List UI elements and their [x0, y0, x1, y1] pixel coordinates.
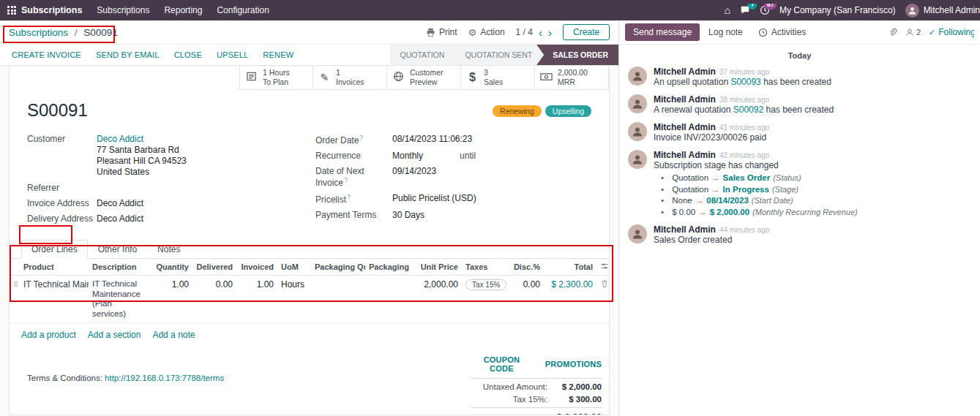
stage-quotation[interactable]: QUOTATION: [390, 45, 457, 65]
menu-subscriptions[interactable]: Subscriptions: [89, 0, 157, 20]
stage-sales-order[interactable]: SALES ORDER: [536, 45, 618, 65]
order-date-field[interactable]: 08/14/2023 11:06:23: [392, 134, 472, 145]
customer-link[interactable]: Deco Addict: [97, 134, 143, 144]
cell-packaging-qty[interactable]: [311, 276, 365, 323]
cell-unit-price[interactable]: 2,000.00: [414, 276, 462, 323]
message-author[interactable]: Mitchell Admin: [654, 122, 716, 132]
home-icon[interactable]: ⌂: [724, 5, 730, 15]
record-link[interactable]: S00092: [733, 105, 763, 115]
chatter-toolbar: Send message Log note Activities 2 ✓ Fol…: [619, 20, 980, 45]
recurrence-field[interactable]: Monthly: [392, 151, 423, 161]
cell-disc[interactable]: 0.00: [509, 276, 544, 323]
message-avatar: [628, 150, 647, 169]
log-note-button[interactable]: Log note: [702, 23, 749, 41]
col-uom[interactable]: UoM: [277, 259, 311, 276]
action-button[interactable]: ⚙ Action: [468, 27, 505, 38]
tax-badge[interactable]: Tax 15%: [465, 279, 506, 290]
col-description[interactable]: Description: [89, 259, 152, 276]
cell-packaging[interactable]: [365, 276, 414, 323]
col-packaging-qty[interactable]: Packaging Qua...: [311, 259, 365, 276]
cell-quantity[interactable]: 1.00: [152, 276, 192, 323]
invoice-address-field[interactable]: Deco Addict: [97, 198, 143, 208]
record-title[interactable]: S00091: [27, 100, 88, 121]
col-taxes[interactable]: Taxes: [462, 259, 509, 276]
delivery-address-label: Delivery Address: [27, 213, 97, 224]
close-button[interactable]: CLOSE: [167, 50, 209, 59]
payment-terms-field[interactable]: 30 Days: [392, 210, 424, 220]
mrr-smart-button[interactable]: 2,000.00MRR: [535, 66, 609, 90]
delete-row-icon[interactable]: [596, 276, 609, 323]
add-a-product-link[interactable]: Add a product: [21, 330, 76, 340]
tab-order-lines[interactable]: Order Lines: [21, 240, 88, 259]
col-invoiced[interactable]: Invoiced: [236, 259, 277, 276]
followers-button[interactable]: 2: [905, 28, 921, 37]
cell-taxes[interactable]: Tax 15%: [462, 276, 509, 323]
hours-to-plan-smart-button[interactable]: 1 HoursTo Plan: [239, 66, 313, 90]
optional-columns-icon[interactable]: [596, 259, 609, 276]
col-quantity[interactable]: Quantity: [152, 259, 192, 276]
pricelist-field[interactable]: Public Pricelist (USD): [392, 193, 476, 205]
col-product[interactable]: Product: [20, 259, 89, 276]
add-a-section-link[interactable]: Add a section: [88, 330, 141, 340]
terms-link[interactable]: http://192.168.0.173:7788/terms: [105, 374, 224, 382]
send-by-email-button[interactable]: SEND BY EMAIL: [89, 50, 167, 59]
renew-button[interactable]: RENEW: [255, 50, 301, 59]
upsell-button[interactable]: UPSELL: [209, 50, 255, 59]
following-toggle[interactable]: ✓ Following: [929, 27, 974, 37]
cell-uom[interactable]: Hours: [277, 276, 311, 323]
app-switcher[interactable]: Subscriptions: [7, 5, 82, 15]
pager-next-icon[interactable]: ›: [548, 27, 552, 38]
invoices-smart-button[interactable]: ✎ 1Invoices: [313, 66, 387, 90]
col-total[interactable]: Total: [544, 259, 596, 276]
cell-delivered[interactable]: 0.00: [192, 276, 236, 323]
stage-quotation-sent[interactable]: QUOTATION SENT: [449, 45, 544, 65]
send-message-button[interactable]: Send message: [625, 23, 700, 41]
attachments-icon[interactable]: [888, 28, 897, 37]
invoice-edit-icon: ✎: [318, 72, 331, 83]
tag-renewing[interactable]: Renewing: [493, 105, 542, 117]
next-invoice-field[interactable]: 09/14/2023: [392, 166, 436, 188]
create-button[interactable]: Create: [563, 24, 610, 40]
table-row[interactable]: ⠿ IT Technical Mainten... IT Technical M…: [10, 276, 609, 323]
cell-product[interactable]: IT Technical Mainten...: [20, 276, 89, 323]
message-author[interactable]: Mitchell Admin: [654, 224, 716, 235]
apps-grid-icon: [7, 6, 16, 15]
create-invoice-button[interactable]: CREATE INVOICE: [4, 50, 89, 59]
col-packaging[interactable]: Packaging: [365, 259, 414, 276]
smart-value: 1: [336, 68, 364, 77]
menu-reporting[interactable]: Reporting: [157, 0, 209, 20]
chatter-panel: Send message Log note Activities 2 ✓ Fol…: [618, 20, 980, 416]
customer-field[interactable]: Deco Addict 77 Santa Barbara Rd Pleasant…: [97, 134, 187, 178]
col-delivered[interactable]: Delivered: [192, 259, 236, 276]
tag-upselling[interactable]: Upselling: [545, 105, 591, 117]
activities-button[interactable]: Activities: [752, 23, 812, 41]
print-button[interactable]: Print: [426, 27, 457, 37]
user-menu[interactable]: Mitchell Admin: [905, 4, 980, 18]
drag-handle-icon[interactable]: ⠿: [13, 281, 18, 289]
cell-invoiced[interactable]: 1.00: [236, 276, 277, 323]
activities-icon[interactable]: 67: [760, 5, 770, 15]
sales-smart-button[interactable]: $ 3Sales: [461, 66, 535, 90]
promotions-button[interactable]: PROMOTIONS: [545, 355, 602, 373]
customer-preview-smart-button[interactable]: CustomerPreview: [387, 66, 461, 90]
smart-value: 2,000.00: [558, 68, 588, 77]
cell-description[interactable]: IT Technical Maintenance (Plan services): [89, 276, 152, 323]
record-link[interactable]: S00093: [730, 77, 760, 87]
pager-previous-icon[interactable]: ‹: [539, 27, 542, 38]
col-disc[interactable]: Disc.%: [509, 259, 544, 276]
messages-icon[interactable]: 7: [740, 5, 750, 15]
add-a-note-link[interactable]: Add a note: [152, 330, 195, 340]
message-author[interactable]: Mitchell Admin: [654, 94, 716, 105]
tab-other-info[interactable]: Other Info: [88, 240, 147, 259]
delivery-address-field[interactable]: Deco Addict: [97, 213, 143, 224]
coupon-code-button[interactable]: COUPON CODE: [471, 355, 532, 373]
message-author[interactable]: Mitchell Admin: [654, 150, 716, 160]
breadcrumb-parent[interactable]: Subscriptions: [9, 27, 68, 38]
message-author[interactable]: Mitchell Admin: [654, 67, 716, 77]
company-switcher[interactable]: My Company (San Francisco): [779, 5, 896, 15]
order-date-label: Order Date?: [315, 134, 392, 145]
menu-configuration[interactable]: Configuration: [209, 0, 276, 20]
arrow-icon: →: [711, 173, 720, 182]
col-unit-price[interactable]: Unit Price: [414, 259, 462, 276]
tab-notes[interactable]: Notes: [147, 240, 190, 259]
